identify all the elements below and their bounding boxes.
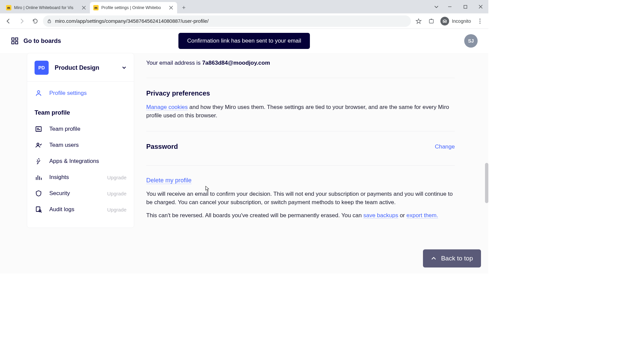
svg-rect-2 bbox=[429, 19, 433, 23]
team-badge-text: PD bbox=[38, 65, 45, 70]
sidebar-section-title: Team profile bbox=[27, 101, 134, 121]
privacy-text: and how they Miro uses them. These setti… bbox=[146, 104, 449, 119]
divider bbox=[27, 81, 134, 82]
browser-titlebar: m Miro | Online Whiteboard for Vis m Pro… bbox=[0, 0, 488, 13]
browser-tab-active[interactable]: m Profile settings | Online Whitebo bbox=[90, 2, 177, 13]
browser-address-bar: miro.com/app/settings/company/3458764562… bbox=[0, 13, 488, 29]
window-maximize-button[interactable] bbox=[458, 0, 473, 13]
sidebar-item-security[interactable]: Security Upgrade bbox=[27, 185, 134, 201]
email-prefix: Your email address is bbox=[146, 60, 202, 66]
delete-profile-link[interactable]: Delete my profile bbox=[146, 177, 192, 184]
nav-forward-button[interactable] bbox=[16, 15, 28, 27]
manage-cookies-link[interactable]: Manage cookies bbox=[146, 104, 188, 110]
privacy-title: Privacy preferences bbox=[146, 89, 455, 97]
save-backups-link[interactable]: save backups bbox=[363, 212, 398, 219]
svg-rect-14 bbox=[36, 127, 41, 131]
team-switcher[interactable]: PD Product Design bbox=[27, 53, 134, 81]
sidebar-item-label: Team profile bbox=[49, 126, 126, 132]
svg-point-13 bbox=[38, 91, 40, 93]
upgrade-tag: Upgrade bbox=[107, 191, 126, 196]
delete-section: Delete my profile You will receive an em… bbox=[146, 166, 455, 231]
chart-icon bbox=[35, 173, 43, 181]
sidebar-item-team-users[interactable]: Team users bbox=[27, 137, 134, 153]
nav-reload-button[interactable] bbox=[30, 15, 41, 27]
sidebar-item-insights[interactable]: Insights Upgrade bbox=[27, 169, 134, 185]
svg-point-5 bbox=[445, 21, 446, 22]
miro-favicon-icon: m bbox=[93, 5, 99, 10]
team-name: Product Design bbox=[55, 64, 116, 71]
delete-paragraph-2b: or bbox=[398, 212, 407, 219]
bookmark-icon[interactable] bbox=[413, 15, 424, 27]
toast-text: Confirmation link has been sent to your … bbox=[187, 38, 301, 44]
sidebar-item-audit-logs[interactable]: Audit logs Upgrade bbox=[27, 201, 134, 218]
page: Go to boards SJ Confirmation link has be… bbox=[0, 29, 488, 274]
sidebar-item-label: Team users bbox=[49, 142, 126, 148]
document-search-icon bbox=[35, 205, 43, 214]
back-to-top-button[interactable]: Back to top bbox=[423, 249, 481, 267]
change-password-link[interactable]: Change bbox=[435, 143, 455, 150]
tab-title: Miro | Online Whiteboard for Vis bbox=[14, 5, 78, 10]
window-close-button[interactable] bbox=[473, 0, 488, 13]
boards-grid-icon bbox=[11, 37, 19, 45]
browser-tab[interactable]: m Miro | Online Whiteboard for Vis bbox=[3, 2, 90, 13]
user-avatar[interactable]: SJ bbox=[464, 34, 478, 48]
email-value: 7a863d84@moodjoy.com bbox=[202, 60, 270, 66]
chevron-down-icon bbox=[122, 65, 126, 70]
privacy-section: Privacy preferences Manage cookies and h… bbox=[146, 78, 455, 131]
sidebar-item-label: Insights bbox=[49, 174, 100, 181]
password-section: Password Change bbox=[146, 131, 455, 165]
incognito-label: Incognito bbox=[452, 18, 471, 24]
settings-content: Your email address is 7a863d84@moodjoy.c… bbox=[146, 53, 488, 274]
svg-point-7 bbox=[479, 20, 480, 21]
avatar-initials: SJ bbox=[468, 38, 474, 44]
address-input[interactable]: miro.com/app/settings/company/3458764562… bbox=[43, 15, 411, 27]
sidebar-item-profile-settings[interactable]: Profile settings bbox=[27, 85, 134, 101]
email-row: Your email address is 7a863d84@moodjoy.c… bbox=[146, 60, 455, 78]
sidebar-item-label: Audit logs bbox=[49, 206, 100, 213]
svg-rect-3 bbox=[431, 19, 432, 20]
lock-icon bbox=[47, 19, 52, 23]
svg-point-15 bbox=[37, 143, 39, 145]
plug-icon bbox=[35, 157, 43, 165]
sidebar-item-label: Security bbox=[49, 190, 100, 197]
sidebar-item-label: Apps & Integrations bbox=[49, 158, 126, 165]
sidebar-item-team-profile[interactable]: Team profile bbox=[27, 121, 134, 137]
nav-back-button[interactable] bbox=[3, 15, 14, 27]
delete-paragraph-2a: This can't be reversed. All boards you'v… bbox=[146, 212, 363, 219]
profile-card-icon bbox=[35, 125, 43, 133]
delete-paragraph-1: You will receive an email to confirm you… bbox=[146, 190, 455, 206]
svg-point-8 bbox=[479, 22, 480, 23]
upgrade-tag: Upgrade bbox=[107, 175, 126, 180]
go-to-boards-label: Go to boards bbox=[23, 38, 61, 45]
svg-point-4 bbox=[443, 21, 444, 22]
user-icon bbox=[35, 89, 43, 97]
export-them-link[interactable]: export them. bbox=[407, 212, 438, 219]
extensions-icon[interactable] bbox=[426, 15, 437, 27]
svg-rect-9 bbox=[12, 38, 14, 40]
svg-rect-0 bbox=[464, 5, 467, 8]
url-text: miro.com/app/settings/company/3458764562… bbox=[55, 18, 209, 24]
miro-favicon-icon: m bbox=[6, 5, 11, 10]
upgrade-tag: Upgrade bbox=[107, 207, 126, 213]
new-tab-button[interactable]: + bbox=[179, 3, 189, 12]
chevron-up-icon bbox=[431, 256, 436, 261]
settings-sidebar: PD Product Design Profile settings Team … bbox=[27, 53, 134, 274]
go-to-boards-link[interactable]: Go to boards bbox=[11, 37, 61, 45]
browser-menu-icon[interactable] bbox=[474, 15, 486, 27]
tab-title: Profile settings | Online Whitebo bbox=[101, 5, 166, 10]
tabs-dropdown-icon[interactable] bbox=[431, 0, 442, 13]
svg-rect-16 bbox=[36, 207, 40, 212]
sidebar-item-apps-integrations[interactable]: Apps & Integrations bbox=[27, 153, 134, 169]
toast-notification: Confirmation link has been sent to your … bbox=[178, 33, 310, 49]
svg-rect-10 bbox=[15, 38, 18, 40]
back-to-top-label: Back to top bbox=[441, 255, 473, 262]
team-badge: PD bbox=[35, 61, 49, 75]
svg-rect-1 bbox=[48, 21, 51, 23]
close-icon[interactable] bbox=[168, 5, 174, 10]
sidebar-item-label: Profile settings bbox=[49, 90, 126, 97]
incognito-indicator[interactable]: Incognito bbox=[438, 17, 473, 25]
close-icon[interactable] bbox=[81, 5, 87, 10]
window-minimize-button[interactable] bbox=[442, 0, 458, 13]
password-title: Password bbox=[146, 143, 178, 150]
scrollbar-thumb[interactable] bbox=[485, 163, 488, 203]
